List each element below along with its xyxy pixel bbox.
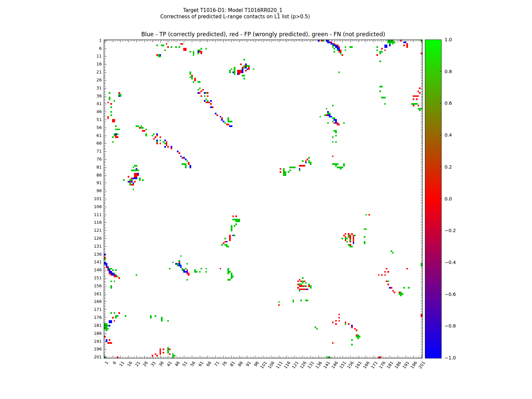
left-tick (104, 110, 105, 110)
top-tick (138, 40, 138, 41)
top-tick (124, 40, 124, 41)
left-tick (104, 164, 105, 164)
y-tick-label: 106 (86, 204, 102, 209)
bottom-tick (401, 357, 401, 358)
top-tick (345, 40, 346, 41)
left-tick (104, 63, 105, 63)
contact-dot-fp (144, 130, 145, 132)
top-tick (415, 40, 415, 41)
contact-dot-fn (400, 295, 402, 297)
bottom-tick (176, 356, 176, 358)
right-tick (421, 156, 422, 156)
contact-dot-fp (167, 46, 169, 48)
contact-dot-fp (353, 241, 354, 243)
left-tick (104, 349, 106, 349)
contact-dot-fn (305, 282, 307, 284)
top-tick (170, 40, 170, 41)
left-tick (104, 145, 105, 145)
top-tick (355, 40, 355, 41)
top-tick (192, 40, 192, 42)
contact-dot-fn (335, 141, 337, 143)
top-tick (176, 40, 176, 42)
contact-map-dots-layer (104, 40, 422, 358)
bottom-tick (364, 357, 365, 358)
y-tick-label: 181 (86, 323, 102, 328)
right-tick (421, 89, 422, 90)
right-tick (421, 64, 422, 65)
bottom-tick (404, 357, 404, 358)
contact-dot-fn (307, 300, 308, 301)
bottom-tick (390, 356, 390, 358)
top-tick (372, 40, 373, 41)
top-tick (260, 40, 260, 41)
left-tick (104, 183, 106, 183)
left-tick (104, 336, 105, 337)
left-tick (104, 278, 106, 278)
contact-dot-fn (285, 175, 286, 176)
left-tick (104, 262, 106, 262)
contact-dot-fn (112, 269, 114, 271)
top-tick (406, 40, 406, 42)
left-tick (104, 91, 105, 91)
top-tick (307, 40, 308, 41)
left-tick (104, 189, 105, 190)
top-tick (133, 40, 134, 41)
left-tick (104, 210, 105, 210)
left-tick (104, 234, 105, 234)
contact-dot-fn (351, 246, 353, 247)
top-tick (374, 40, 374, 42)
right-tick (421, 186, 422, 187)
left-tick (104, 159, 106, 160)
left-tick (104, 123, 105, 123)
right-tick (421, 52, 422, 52)
right-tick (421, 80, 422, 80)
top-tick (214, 40, 214, 41)
contact-dot-fn (243, 78, 245, 79)
top-tick (347, 40, 347, 41)
bottom-tick (337, 357, 338, 358)
y-tick-label: 16 (86, 62, 102, 66)
bottom-tick (168, 356, 168, 358)
contact-dot-tp (307, 289, 308, 290)
bottom-tick (265, 357, 265, 358)
right-tick (421, 302, 422, 302)
right-tick (421, 202, 422, 202)
contact-dot-fn (164, 143, 166, 144)
contact-dot-fp (224, 241, 226, 243)
contact-dot-fp (387, 271, 389, 273)
top-tick (284, 40, 284, 41)
top-tick (266, 40, 267, 41)
bottom-tick (209, 357, 209, 358)
top-tick (263, 40, 263, 42)
bottom-tick (171, 357, 172, 358)
left-tick (104, 235, 105, 236)
right-tick (421, 213, 422, 213)
bottom-tick (323, 357, 324, 358)
contact-dot-fp (305, 289, 307, 290)
top-tick (179, 40, 180, 41)
left-tick (104, 327, 105, 328)
bottom-tick (117, 357, 118, 358)
colorbar-label: 0.0 (445, 197, 452, 201)
bottom-tick (277, 357, 278, 358)
bottom-tick (241, 357, 241, 358)
contact-dot-fn (243, 75, 245, 76)
left-tick (104, 299, 105, 299)
top-tick (223, 40, 224, 42)
contact-dot-fp (326, 114, 328, 116)
contact-dot-fp (200, 95, 202, 97)
bottom-tick (285, 357, 286, 358)
right-tick (421, 205, 422, 205)
bottom-tick (394, 357, 395, 358)
contact-dot-fn (243, 59, 245, 61)
contact-dot-fn (337, 163, 338, 165)
top-tick (211, 40, 211, 41)
bottom-tick (155, 357, 156, 358)
contact-dot-fp (305, 285, 307, 287)
bottom-tick (369, 357, 369, 358)
left-tick (104, 251, 105, 251)
left-tick (104, 178, 105, 179)
bottom-tick (246, 357, 246, 358)
top-tick (113, 40, 113, 42)
contact-dot-tp (231, 125, 232, 127)
